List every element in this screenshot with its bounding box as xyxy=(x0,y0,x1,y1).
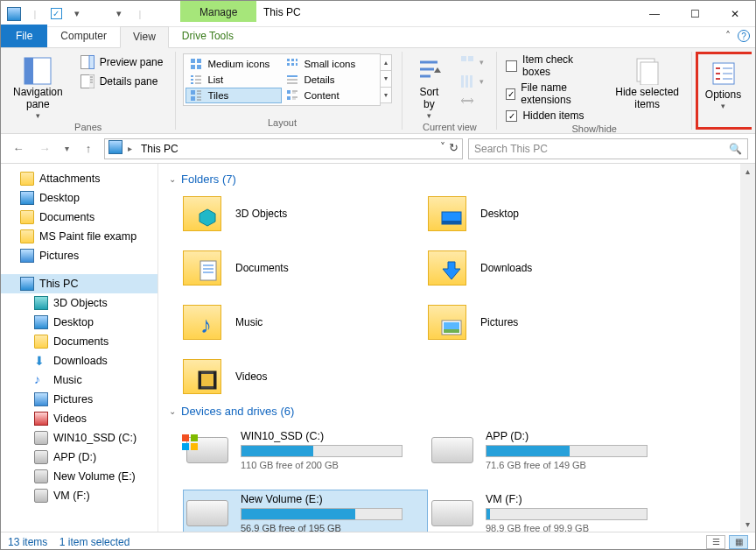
breadcrumb-sep-icon[interactable]: ▸ xyxy=(128,144,132,153)
sort-by-button[interactable]: Sort by ▾ xyxy=(410,53,448,120)
drive-c[interactable]: WIN10_SSD (C:) 110 GB free of 200 GB xyxy=(183,427,428,474)
folder-3d-objects[interactable]: 3D Objects xyxy=(183,196,428,231)
vertical-scrollbar[interactable]: ▴ ▾ xyxy=(740,164,755,532)
status-item-count: 13 items xyxy=(8,536,47,548)
tree-downloads[interactable]: ⬇Downloads xyxy=(1,351,158,370)
tree-desktop2[interactable]: Desktop xyxy=(1,313,158,332)
scroll-down-icon[interactable]: ▾ xyxy=(381,71,391,87)
recent-locations-button[interactable]: ▾ xyxy=(60,138,73,159)
window-title: This PC xyxy=(263,6,301,18)
tree-label: 3D Objects xyxy=(53,297,108,309)
options-button[interactable]: Options ▾ xyxy=(702,56,745,110)
address-dropdown-icon[interactable]: ˅ xyxy=(440,141,445,154)
content-pane[interactable]: ⌄ Folders (7) 3D Objects Desktop Documen… xyxy=(158,164,755,532)
tree-music[interactable]: ♪Music xyxy=(1,370,158,390)
back-button[interactable]: ← xyxy=(8,138,29,159)
drive-icon xyxy=(431,437,473,463)
refresh-icon[interactable]: ↻ xyxy=(449,141,458,154)
desktop-icon xyxy=(20,191,34,205)
drive-free-text: 56.9 GB free of 195 GB xyxy=(241,523,402,532)
tree-label: Documents xyxy=(53,335,108,348)
group-layout-label: Layout xyxy=(183,116,381,128)
file-extensions-toggle[interactable]: File name extensions xyxy=(504,81,603,106)
folder-documents[interactable]: Documents xyxy=(183,250,428,286)
contextual-tab-manage[interactable]: Manage xyxy=(180,1,256,22)
tree-drive-e[interactable]: New Volume (E:) xyxy=(1,467,158,486)
chevron-down-icon[interactable]: ⌄ xyxy=(169,406,176,416)
tree-mspaint[interactable]: MS Paint file examp xyxy=(1,227,158,246)
preview-pane-icon xyxy=(80,55,94,69)
tree-videos[interactable]: Videos xyxy=(1,409,158,428)
drive-f[interactable]: VM (F:) 98.9 GB free of 99.9 GB xyxy=(428,490,673,532)
content-icon xyxy=(286,89,298,102)
drive-d[interactable]: APP (D:) 71.6 GB free of 149 GB xyxy=(428,427,673,474)
qat-item-dropdown-icon[interactable]: ▾ xyxy=(69,6,85,22)
folder-label: Desktop xyxy=(480,208,519,220)
tree-documents2[interactable]: Documents xyxy=(1,332,158,351)
layout-tiles[interactable]: Tiles xyxy=(186,88,282,103)
folder-desktop[interactable]: Desktop xyxy=(428,196,673,231)
breadcrumb-this-pc[interactable]: This PC xyxy=(137,143,182,155)
details-view-toggle[interactable]: ☰ xyxy=(706,535,725,549)
tree-label: Downloads xyxy=(53,355,108,367)
maximize-button[interactable]: ☐ xyxy=(675,1,715,27)
tree-desktop[interactable]: Desktop xyxy=(1,188,158,208)
drive-e[interactable]: New Volume (E:) 56.9 GB free of 195 GB xyxy=(183,490,428,532)
help-icon[interactable]: ? xyxy=(738,30,750,42)
tree-pictures2[interactable]: Pictures xyxy=(1,390,158,409)
layout-content[interactable]: Content xyxy=(282,88,378,103)
tab-drive-tools[interactable]: Drive Tools xyxy=(169,25,247,47)
address-bar[interactable]: ▸ This PC ˅ ↻ xyxy=(104,138,463,159)
tree-drive-f[interactable]: VM (F:) xyxy=(1,486,158,505)
up-button[interactable]: ↑ xyxy=(78,138,99,159)
chevron-down-icon[interactable]: ⌄ xyxy=(169,174,176,184)
folder-pictures[interactable]: Pictures xyxy=(428,305,673,340)
tab-view[interactable]: View xyxy=(120,26,169,48)
tree-documents[interactable]: Documents xyxy=(1,208,158,227)
group-by-button[interactable]: ▾ xyxy=(455,53,489,71)
add-columns-button[interactable]: ▾ xyxy=(455,73,489,90)
layout-gallery-scroll[interactable]: ▴ ▾ ▾ xyxy=(380,54,392,103)
tree-pictures[interactable]: Pictures xyxy=(1,246,158,265)
navigation-pane-button[interactable]: Navigation pane ▾ xyxy=(8,53,68,120)
qat-customize-icon[interactable]: ▾ xyxy=(111,6,127,22)
nav-tree[interactable]: Attachments Desktop Documents MS Paint f… xyxy=(1,164,158,532)
section-devices[interactable]: ⌄ Devices and drives (6) xyxy=(165,401,755,421)
tiles-view-toggle[interactable]: ▦ xyxy=(729,535,748,549)
search-box[interactable]: Search This PC 🔍 xyxy=(468,138,748,159)
scroll-up-icon[interactable]: ▴ xyxy=(740,164,755,179)
folder-downloads[interactable]: Downloads xyxy=(428,250,673,286)
item-checkboxes-toggle[interactable]: Item check boxes xyxy=(504,53,603,78)
minimize-button[interactable]: — xyxy=(634,1,675,27)
layout-list[interactable]: List xyxy=(186,72,282,88)
tree-3d-objects[interactable]: 3D Objects xyxy=(1,293,158,313)
layout-small-icons[interactable]: Small icons xyxy=(282,56,378,72)
preview-pane-button[interactable]: Preview pane xyxy=(75,53,169,71)
chevron-down-icon: ▾ xyxy=(480,77,484,86)
hidden-items-toggle[interactable]: Hidden items xyxy=(504,109,603,122)
size-columns-button[interactable] xyxy=(455,92,489,109)
layout-details[interactable]: Details xyxy=(282,72,378,88)
desktop-icon xyxy=(34,315,48,329)
tree-drive-d[interactable]: APP (D:) xyxy=(1,448,158,467)
section-folders[interactable]: ⌄ Folders (7) xyxy=(165,169,755,189)
details-pane-label: Details pane xyxy=(100,75,158,88)
layout-gallery[interactable]: Medium icons Small icons List Details Ti… xyxy=(183,53,381,106)
folder-videos[interactable]: Videos xyxy=(183,359,428,394)
tree-drive-c[interactable]: WIN10_SSD (C:) xyxy=(1,428,158,448)
scroll-down-icon[interactable]: ▾ xyxy=(740,517,755,532)
layout-medium-icons[interactable]: Medium icons xyxy=(186,56,282,72)
details-pane-button[interactable]: Details pane xyxy=(75,73,169,90)
folder-music[interactable]: ♪Music xyxy=(183,305,428,340)
tree-attachments[interactable]: Attachments xyxy=(1,169,158,188)
forward-button[interactable]: → xyxy=(34,138,55,159)
gallery-expand-icon[interactable]: ▾ xyxy=(381,88,391,102)
hide-selected-button[interactable]: Hide selected items xyxy=(610,53,684,122)
qat-checkbox-icon[interactable] xyxy=(48,6,64,22)
close-button[interactable]: ✕ xyxy=(715,1,755,27)
scroll-up-icon[interactable]: ▴ xyxy=(381,55,391,71)
tab-file[interactable]: File xyxy=(1,25,47,47)
tab-computer[interactable]: Computer xyxy=(47,25,120,47)
tree-this-pc[interactable]: This PC xyxy=(1,274,158,293)
collapse-ribbon-icon[interactable]: ˄ xyxy=(725,30,731,42)
